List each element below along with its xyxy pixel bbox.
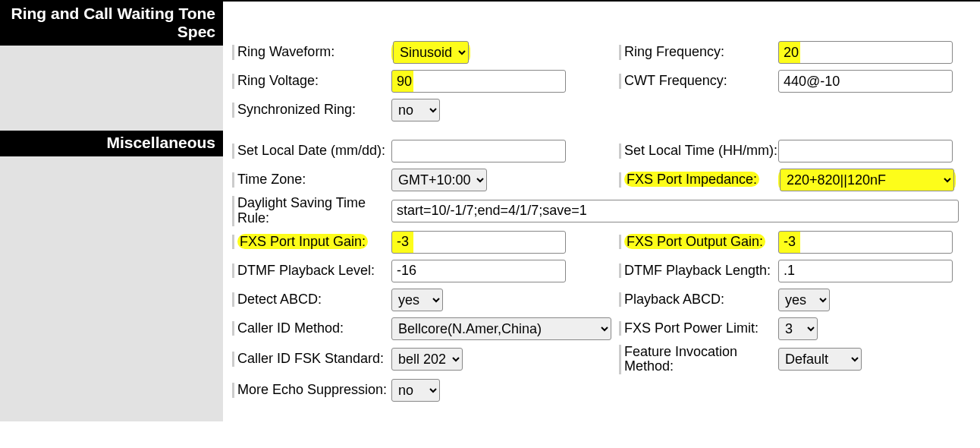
caller-id-fsk-label: Caller ID FSK Standard: [232, 352, 391, 367]
local-date-input[interactable] [391, 140, 566, 162]
local-time-label: Set Local Time (HH/mm): [619, 144, 778, 159]
section-header-misc: Miscellaneous [0, 131, 223, 156]
detect-abcd-label: Detect ABCD: [232, 292, 391, 308]
misc-block: Set Local Date (mm/dd): Set Local Time (… [232, 126, 975, 403]
playback-abcd-select[interactable]: yes [778, 289, 830, 311]
feature-invocation-label: Feature Invocation Method: [619, 345, 778, 375]
fxs-output-gain-input[interactable] [778, 231, 953, 254]
ring-voltage-label: Ring Voltage: [232, 74, 391, 89]
dtmf-level-input[interactable] [391, 260, 566, 282]
ring-waveform-label: Ring Waveform: [232, 45, 391, 60]
ring-frequency-input[interactable] [778, 41, 953, 64]
fxs-input-gain-label: FXS Port Input Gain: [232, 235, 391, 250]
config-page: Ring and Call Waiting Tone Spec Miscella… [0, 0, 980, 421]
caller-id-fsk-select[interactable]: bell 202 [391, 348, 463, 371]
ring-voltage-input[interactable] [391, 70, 566, 93]
dst-rule-label: Daylight Saving Time Rule: [232, 196, 391, 226]
sync-ring-label: Synchronized Ring: [232, 103, 391, 118]
fxs-power-limit-select[interactable]: 3 [778, 317, 818, 340]
content: Ring Waveform: Sinusoid Ring Frequency: … [228, 2, 980, 421]
timezone-label: Time Zone: [232, 172, 391, 188]
dtmf-length-input[interactable] [778, 260, 953, 282]
fxs-power-limit-label: FXS Port Power Limit: [619, 321, 778, 336]
feature-invocation-select[interactable]: Default [778, 348, 862, 371]
cwt-frequency-label: CWT Frequency: [619, 74, 778, 89]
echo-suppression-label: More Echo Suppression: [232, 383, 391, 398]
ring-waveform-select[interactable]: Sinusoid [393, 41, 469, 64]
local-time-input[interactable] [778, 140, 953, 162]
fxs-output-gain-label: FXS Port Output Gain: [619, 235, 778, 250]
caller-id-method-label: Caller ID Method: [232, 321, 391, 336]
ring-block: Ring Waveform: Sinusoid Ring Frequency: … [232, 2, 975, 123]
fxs-impedance-label: FXS Port Impedance: [619, 172, 778, 188]
ring-frequency-label: Ring Frequency: [619, 45, 778, 60]
dst-rule-input[interactable] [391, 200, 959, 222]
timezone-select[interactable]: GMT+10:00 [391, 169, 487, 191]
local-date-label: Set Local Date (mm/dd): [232, 144, 391, 159]
cwt-frequency-input[interactable] [778, 70, 953, 93]
caller-id-method-select[interactable]: Bellcore(N.Amer,China) [391, 317, 611, 340]
dtmf-length-label: DTMF Playback Length: [619, 263, 778, 279]
sync-ring-select[interactable]: no [391, 99, 440, 121]
section-header-ring: Ring and Call Waiting Tone Spec [0, 2, 223, 46]
fxs-input-gain-input[interactable] [391, 231, 566, 254]
fxs-impedance-select[interactable]: 220+820||120nF [780, 169, 954, 191]
sidebar: Ring and Call Waiting Tone Spec Miscella… [0, 2, 228, 421]
detect-abcd-select[interactable]: yes [391, 289, 443, 311]
playback-abcd-label: Playback ABCD: [619, 292, 778, 308]
echo-suppression-select[interactable]: no [391, 379, 440, 402]
dtmf-level-label: DTMF Playback Level: [232, 263, 391, 279]
